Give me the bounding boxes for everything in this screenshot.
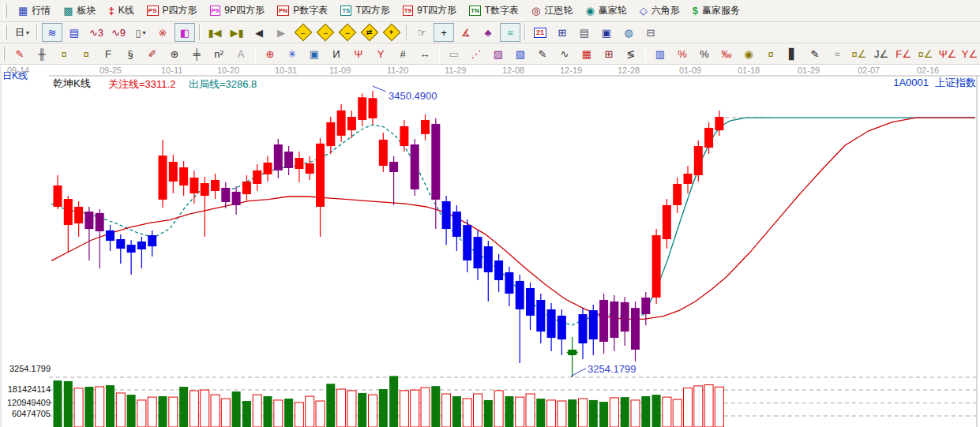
star-grid-tool-button[interactable]: ✳ xyxy=(282,44,302,63)
menu-item-label: 9P四方形 xyxy=(224,4,265,17)
fan-box-b-tool-button[interactable]: ▧ xyxy=(510,44,531,63)
jump-right-button[interactable]: → xyxy=(315,23,336,42)
pen-ruler-tool-button[interactable]: ✐ xyxy=(142,44,163,63)
wave-a-tool-button[interactable]: ≈ xyxy=(827,44,847,63)
brush-tool-button[interactable]: ✎ xyxy=(805,44,825,63)
nav-first-button[interactable]: ▮◀ xyxy=(205,23,225,42)
win-ruler-tool-button[interactable]: Y xyxy=(370,44,391,63)
toolbar-grip[interactable] xyxy=(3,47,5,61)
gann-band-tool-button[interactable]: ♣ xyxy=(478,23,498,42)
tick-ruler-tool-button[interactable]: ╫ xyxy=(32,44,52,63)
rect-select-tool-button[interactable]: ▭ xyxy=(444,44,464,63)
gann-wheel-icon: ◎ xyxy=(531,6,540,16)
compass-ruler-tool-button[interactable]: ⊕ xyxy=(164,44,185,63)
zoom-all-button[interactable]: + xyxy=(381,23,402,42)
color-chart-tool-button[interactable]: ◧ xyxy=(175,23,195,42)
percent-drop-tool-button[interactable]: % xyxy=(672,44,693,63)
menu-item-sectors[interactable]: ▩板块 xyxy=(58,2,101,20)
grid-b-tool-button[interactable]: ⊞ xyxy=(599,44,619,63)
menu-item-winner-wheel[interactable]: ◉赢家轮 xyxy=(580,2,632,20)
win-angle-tool-button[interactable]: Y∠ xyxy=(959,44,980,63)
target-circle-tool-button[interactable]: ⊕ xyxy=(260,44,280,63)
n2-ruler-tool-button[interactable]: n² xyxy=(208,44,229,63)
gold-circle-tool-button[interactable]: ◉ xyxy=(738,44,759,63)
pen-tool-button[interactable]: ✎ xyxy=(9,44,30,63)
spiral-ruler-tool-button[interactable]: § xyxy=(120,44,141,63)
square-grid-tool-button[interactable]: ▣ xyxy=(304,44,325,63)
menu-item-p-digit-table[interactable]: PNP数字表 xyxy=(272,2,333,20)
flask-tool-button[interactable]: ▯▾ xyxy=(130,23,151,42)
jump-left-button[interactable]: ← xyxy=(293,23,314,42)
n-mark-tool-button[interactable]: И xyxy=(326,44,347,63)
f-ruler-tool-button[interactable]: F xyxy=(98,44,118,63)
grid-a-tool-button[interactable]: ▦ xyxy=(576,44,597,63)
menu-item-t-digit-table[interactable]: TNT数字表 xyxy=(464,2,524,20)
toolbar-grip[interactable] xyxy=(3,25,7,39)
color-chart-tool-icon: ◧ xyxy=(180,28,190,38)
jump-horizontal-button[interactable]: ↔ xyxy=(337,23,358,42)
menu-item-quotes[interactable]: ▦行情 xyxy=(13,2,56,20)
export-disk-tool-button[interactable]: ◍ xyxy=(618,23,639,42)
percent-tool-button[interactable]: % xyxy=(694,44,715,63)
wave-brain-tool-button[interactable]: ≈ xyxy=(500,23,520,42)
gold-angle-tool-button[interactable]: ¤∠ xyxy=(915,44,936,63)
gann-band-tool-icon: ♣ xyxy=(485,28,492,38)
nav-prev-button[interactable]: ◀ xyxy=(249,23,269,42)
fan-box-a-tool-button[interactable]: ▨ xyxy=(488,44,509,63)
angle-tool-button[interactable]: ∡ xyxy=(456,23,476,42)
menu-item-9t-square[interactable]: T99T四方形 xyxy=(397,2,462,20)
j-angle-tool-button[interactable]: J∠ xyxy=(871,44,892,63)
zoom-swap-button[interactable]: ⇄ xyxy=(359,23,380,42)
menu-item-9p-square[interactable]: P99P四方形 xyxy=(205,2,270,20)
volume-bar xyxy=(84,387,93,427)
save-tool-button[interactable]: ▣ xyxy=(596,23,617,42)
fan-lines-tool-button[interactable]: ⋰ xyxy=(466,44,486,63)
period-selector-button[interactable]: 日▾ xyxy=(12,23,32,42)
notepad-tool-button[interactable]: ▤ xyxy=(574,23,595,42)
bar-mark-tool-icon: ▋ xyxy=(789,49,797,59)
hand-tool-button[interactable]: ☞ xyxy=(411,23,432,42)
candle xyxy=(190,178,198,193)
nav-last-button[interactable]: ▶▮ xyxy=(227,23,247,42)
angle-a-tool-button[interactable]: A xyxy=(231,44,251,63)
pattern-overlay-tool-button[interactable]: ※ xyxy=(152,23,173,42)
bar-scale-tool-button[interactable]: ▥ xyxy=(650,44,670,63)
permille-tool-button[interactable]: ‰ xyxy=(716,44,737,63)
menu-item-kline[interactable]: ‡K线 xyxy=(103,2,140,20)
plain-ruler-tool-button[interactable]: ╪ xyxy=(186,44,207,63)
menu-item-gann-wheel[interactable]: ◎江恩轮 xyxy=(526,2,578,20)
candle xyxy=(715,117,723,130)
shen-ruler-tool-button[interactable]: Ψ xyxy=(348,44,369,63)
span-arrow-tool-button[interactable]: ↔ xyxy=(415,44,435,63)
mini-chart-3-tool-button[interactable]: ∿3 xyxy=(86,23,107,42)
gold-fan-tool-button[interactable]: ¤∠ xyxy=(849,44,869,63)
calendar-tool-button[interactable]: 21 xyxy=(530,23,550,42)
mini-chart-9-tool-button[interactable]: ∿9 xyxy=(108,23,129,42)
calculator-tool-button[interactable]: ⊞ xyxy=(552,23,573,42)
pattern-search-tool-icon: ≋ xyxy=(48,28,57,38)
print-tool-button[interactable]: ⊟ xyxy=(640,23,661,42)
menu-item-winner-service[interactable]: $赢家服务 xyxy=(687,2,745,20)
info-list-tool-button[interactable]: ▤ xyxy=(64,23,84,42)
zigzag-tool-button[interactable]: ∿ xyxy=(554,44,575,63)
crosshair-tool-button[interactable]: + xyxy=(434,23,454,42)
nav-next-button[interactable]: ▶ xyxy=(271,23,291,42)
toolbar-grip[interactable] xyxy=(3,4,7,18)
pattern-search-tool-button[interactable]: ≋ xyxy=(42,23,62,42)
menu-item-hexagon[interactable]: ◇六角形 xyxy=(634,2,685,20)
gold-ruler-a-tool-button[interactable]: ¤ xyxy=(54,44,74,63)
symbol-code: 1A0001 xyxy=(893,77,929,88)
volume-bar xyxy=(242,401,251,427)
menu-item-p-square[interactable]: PSP四方形 xyxy=(141,2,203,20)
f-angle-tool-button[interactable]: F∠ xyxy=(893,44,914,63)
gold-line-tool-button[interactable]: ¤ xyxy=(760,44,781,63)
bar-mark-tool-button[interactable]: ▋ xyxy=(783,44,803,63)
menu-item-t-square[interactable]: TST四方形 xyxy=(335,2,396,20)
candle xyxy=(242,182,251,194)
triple-line-tool-button[interactable]: ≶ xyxy=(621,44,641,63)
trend-pencil-tool-button[interactable]: ✎ xyxy=(532,44,553,63)
gold-ruler-b-tool-button[interactable]: ¤ xyxy=(76,44,96,63)
num-ruler-tool-button[interactable]: # xyxy=(392,44,413,63)
shen-angle-tool-button[interactable]: Ψ∠ xyxy=(937,44,958,63)
menu-item-label: 9T四方形 xyxy=(417,4,456,17)
